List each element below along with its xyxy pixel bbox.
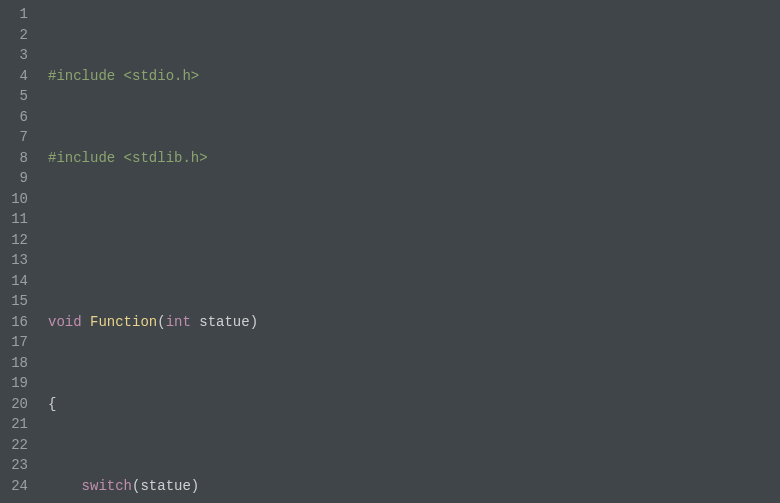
line-number-gutter: 1 2 3 4 5 6 7 8 9 10 11 12 13 14 15 16 1… — [0, 4, 40, 503]
include-header: <stdlib.h> — [115, 150, 207, 166]
line-number: 15 — [0, 291, 28, 312]
line-number: 21 — [0, 414, 28, 435]
line-number: 2 — [0, 25, 28, 46]
line-number: 24 — [0, 476, 28, 497]
line-number: 17 — [0, 332, 28, 353]
include-header: <stdio.h> — [115, 68, 199, 84]
keyword-token: switch — [82, 478, 132, 494]
preprocessor-token: #include — [48, 68, 115, 84]
line-number: 1 — [0, 4, 28, 25]
brace-token: { — [48, 396, 56, 412]
line-number: 22 — [0, 435, 28, 456]
function-name: Function — [90, 314, 157, 330]
code-line[interactable] — [48, 230, 780, 251]
line-number: 10 — [0, 189, 28, 210]
code-line[interactable]: #include <stdlib.h> — [48, 148, 780, 169]
line-number: 6 — [0, 107, 28, 128]
paren-token: ( — [157, 314, 165, 330]
line-number: 18 — [0, 353, 28, 374]
line-number: 19 — [0, 373, 28, 394]
line-number: 4 — [0, 66, 28, 87]
line-number: 11 — [0, 209, 28, 230]
identifier-token: statue — [140, 478, 190, 494]
code-line[interactable]: #include <stdio.h> — [48, 66, 780, 87]
line-number: 8 — [0, 148, 28, 169]
code-editor: 1 2 3 4 5 6 7 8 9 10 11 12 13 14 15 16 1… — [0, 0, 780, 503]
paren-token: ) — [250, 314, 258, 330]
identifier-token: statue — [199, 314, 249, 330]
code-line[interactable]: switch(statue) — [48, 476, 780, 497]
code-area[interactable]: #include <stdio.h> #include <stdlib.h> v… — [40, 4, 780, 503]
keyword-token: void — [48, 314, 82, 330]
line-number: 20 — [0, 394, 28, 415]
line-number: 16 — [0, 312, 28, 333]
line-number: 5 — [0, 86, 28, 107]
line-number: 23 — [0, 455, 28, 476]
line-number: 7 — [0, 127, 28, 148]
line-number: 14 — [0, 271, 28, 292]
line-number: 13 — [0, 250, 28, 271]
line-number: 12 — [0, 230, 28, 251]
line-number: 9 — [0, 168, 28, 189]
preprocessor-token: #include — [48, 150, 115, 166]
keyword-token: int — [166, 314, 191, 330]
code-line[interactable]: { — [48, 394, 780, 415]
code-line[interactable]: void Function(int statue) — [48, 312, 780, 333]
paren-token: ) — [191, 478, 199, 494]
line-number: 3 — [0, 45, 28, 66]
